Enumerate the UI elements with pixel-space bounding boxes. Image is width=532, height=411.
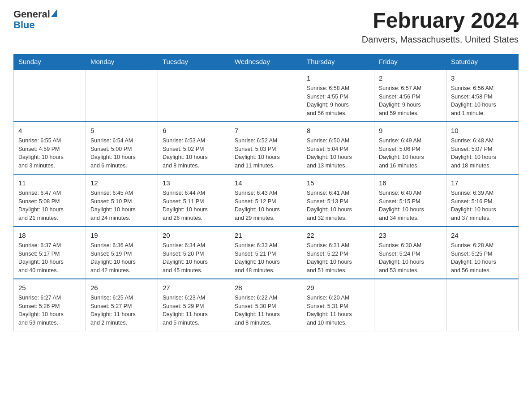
day-info: Sunrise: 6:22 AM Sunset: 5:30 PM Dayligh… (235, 294, 297, 327)
calendar-cell (86, 69, 158, 122)
calendar-cell: 27Sunrise: 6:23 AM Sunset: 5:29 PM Dayli… (158, 279, 230, 331)
day-number: 16 (379, 178, 442, 188)
day-number: 11 (18, 178, 81, 188)
day-number: 20 (163, 231, 225, 240)
day-info: Sunrise: 6:28 AM Sunset: 5:25 PM Dayligh… (451, 241, 514, 275)
calendar-cell: 1Sunrise: 6:58 AM Sunset: 4:55 PM Daylig… (302, 69, 374, 122)
week-row-4: 18Sunrise: 6:37 AM Sunset: 5:17 PM Dayli… (14, 227, 519, 279)
calendar-cell: 10Sunrise: 6:48 AM Sunset: 5:07 PM Dayli… (446, 122, 519, 174)
day-info: Sunrise: 6:30 AM Sunset: 5:24 PM Dayligh… (379, 241, 442, 275)
calendar-cell: 2Sunrise: 6:57 AM Sunset: 4:56 PM Daylig… (374, 69, 446, 122)
weekday-header-wednesday: Wednesday (230, 54, 302, 69)
calendar-cell: 24Sunrise: 6:28 AM Sunset: 5:25 PM Dayli… (446, 227, 519, 279)
logo: General Blue (13, 9, 57, 30)
day-info: Sunrise: 6:37 AM Sunset: 5:17 PM Dayligh… (18, 241, 81, 275)
calendar-cell (374, 279, 446, 331)
day-info: Sunrise: 6:49 AM Sunset: 5:06 PM Dayligh… (379, 137, 442, 170)
day-info: Sunrise: 6:45 AM Sunset: 5:10 PM Dayligh… (90, 189, 153, 223)
calendar-cell: 8Sunrise: 6:50 AM Sunset: 5:04 PM Daylig… (302, 122, 374, 174)
day-info: Sunrise: 6:50 AM Sunset: 5:04 PM Dayligh… (307, 137, 369, 170)
day-number: 27 (163, 283, 225, 292)
calendar-cell: 14Sunrise: 6:43 AM Sunset: 5:12 PM Dayli… (230, 174, 302, 227)
calendar-cell: 26Sunrise: 6:25 AM Sunset: 5:27 PM Dayli… (86, 279, 158, 331)
calendar-cell: 13Sunrise: 6:44 AM Sunset: 5:11 PM Dayli… (158, 174, 230, 227)
day-info: Sunrise: 6:53 AM Sunset: 5:02 PM Dayligh… (163, 137, 225, 170)
day-number: 8 (307, 126, 369, 135)
week-row-5: 25Sunrise: 6:27 AM Sunset: 5:26 PM Dayli… (14, 279, 519, 331)
week-row-3: 11Sunrise: 6:47 AM Sunset: 5:08 PM Dayli… (14, 174, 519, 227)
weekday-header-sunday: Sunday (14, 54, 86, 69)
calendar-cell: 17Sunrise: 6:39 AM Sunset: 5:16 PM Dayli… (446, 174, 519, 227)
day-number: 24 (451, 231, 514, 240)
day-info: Sunrise: 6:52 AM Sunset: 5:03 PM Dayligh… (235, 137, 297, 170)
day-number: 18 (18, 231, 81, 240)
calendar-cell (158, 69, 230, 122)
day-number: 4 (18, 126, 81, 135)
day-info: Sunrise: 6:43 AM Sunset: 5:12 PM Dayligh… (235, 189, 297, 223)
day-number: 15 (307, 178, 369, 188)
calendar-cell: 15Sunrise: 6:41 AM Sunset: 5:13 PM Dayli… (302, 174, 374, 227)
calendar-cell (14, 69, 86, 122)
weekday-header-monday: Monday (86, 54, 158, 69)
day-number: 26 (90, 283, 153, 292)
day-info: Sunrise: 6:23 AM Sunset: 5:29 PM Dayligh… (163, 294, 225, 327)
day-info: Sunrise: 6:27 AM Sunset: 5:26 PM Dayligh… (18, 294, 81, 327)
day-info: Sunrise: 6:58 AM Sunset: 4:55 PM Dayligh… (307, 84, 369, 118)
calendar-cell: 4Sunrise: 6:55 AM Sunset: 4:59 PM Daylig… (14, 122, 86, 174)
day-number: 5 (90, 126, 153, 135)
weekday-header-tuesday: Tuesday (158, 54, 230, 69)
day-number: 1 (307, 73, 369, 83)
day-number: 3 (451, 73, 514, 83)
calendar-cell: 18Sunrise: 6:37 AM Sunset: 5:17 PM Dayli… (14, 227, 86, 279)
calendar-subtitle: Danvers, Massachusetts, United States (362, 34, 519, 45)
day-info: Sunrise: 6:33 AM Sunset: 5:21 PM Dayligh… (235, 241, 297, 275)
day-info: Sunrise: 6:55 AM Sunset: 4:59 PM Dayligh… (18, 137, 81, 170)
day-number: 19 (90, 231, 153, 240)
day-info: Sunrise: 6:48 AM Sunset: 5:07 PM Dayligh… (451, 137, 514, 170)
week-row-1: 1Sunrise: 6:58 AM Sunset: 4:55 PM Daylig… (14, 69, 519, 122)
day-number: 2 (379, 73, 442, 83)
week-row-2: 4Sunrise: 6:55 AM Sunset: 4:59 PM Daylig… (14, 122, 519, 174)
calendar-table: SundayMondayTuesdayWednesdayThursdayFrid… (13, 54, 519, 331)
day-info: Sunrise: 6:25 AM Sunset: 5:27 PM Dayligh… (90, 294, 153, 327)
day-number: 7 (235, 126, 297, 135)
weekday-header-row: SundayMondayTuesdayWednesdayThursdayFrid… (14, 54, 519, 69)
calendar-cell: 25Sunrise: 6:27 AM Sunset: 5:26 PM Dayli… (14, 279, 86, 331)
day-info: Sunrise: 6:54 AM Sunset: 5:00 PM Dayligh… (90, 137, 153, 170)
day-info: Sunrise: 6:20 AM Sunset: 5:31 PM Dayligh… (307, 294, 369, 327)
day-info: Sunrise: 6:36 AM Sunset: 5:19 PM Dayligh… (90, 241, 153, 275)
calendar-cell: 21Sunrise: 6:33 AM Sunset: 5:21 PM Dayli… (230, 227, 302, 279)
calendar-cell: 3Sunrise: 6:56 AM Sunset: 4:58 PM Daylig… (446, 69, 519, 122)
logo-arrow-icon (51, 9, 57, 17)
day-info: Sunrise: 6:47 AM Sunset: 5:08 PM Dayligh… (18, 189, 81, 223)
day-number: 25 (18, 283, 81, 292)
weekday-header-saturday: Saturday (446, 54, 519, 69)
day-number: 9 (379, 126, 442, 135)
weekday-header-thursday: Thursday (302, 54, 374, 69)
calendar-cell: 11Sunrise: 6:47 AM Sunset: 5:08 PM Dayli… (14, 174, 86, 227)
calendar-cell: 28Sunrise: 6:22 AM Sunset: 5:30 PM Dayli… (230, 279, 302, 331)
calendar-cell: 5Sunrise: 6:54 AM Sunset: 5:00 PM Daylig… (86, 122, 158, 174)
calendar-cell: 20Sunrise: 6:34 AM Sunset: 5:20 PM Dayli… (158, 227, 230, 279)
day-number: 23 (379, 231, 442, 240)
calendar-cell: 22Sunrise: 6:31 AM Sunset: 5:22 PM Dayli… (302, 227, 374, 279)
day-number: 13 (163, 178, 225, 188)
calendar-cell (230, 69, 302, 122)
day-number: 28 (235, 283, 297, 292)
calendar-cell: 23Sunrise: 6:30 AM Sunset: 5:24 PM Dayli… (374, 227, 446, 279)
page-header: General Blue February 2024 Danvers, Mass… (13, 9, 519, 45)
day-number: 14 (235, 178, 297, 188)
logo-blue: Blue (13, 19, 35, 30)
day-number: 17 (451, 178, 514, 188)
day-number: 22 (307, 231, 369, 240)
day-info: Sunrise: 6:56 AM Sunset: 4:58 PM Dayligh… (451, 84, 514, 118)
day-info: Sunrise: 6:39 AM Sunset: 5:16 PM Dayligh… (451, 189, 514, 223)
title-block: February 2024 Danvers, Massachusetts, Un… (362, 9, 519, 45)
calendar-cell: 6Sunrise: 6:53 AM Sunset: 5:02 PM Daylig… (158, 122, 230, 174)
day-number: 12 (90, 178, 153, 188)
logo-general: General (13, 9, 50, 20)
day-number: 29 (307, 283, 369, 292)
day-number: 6 (163, 126, 225, 135)
day-info: Sunrise: 6:57 AM Sunset: 4:56 PM Dayligh… (379, 84, 442, 118)
calendar-cell: 9Sunrise: 6:49 AM Sunset: 5:06 PM Daylig… (374, 122, 446, 174)
